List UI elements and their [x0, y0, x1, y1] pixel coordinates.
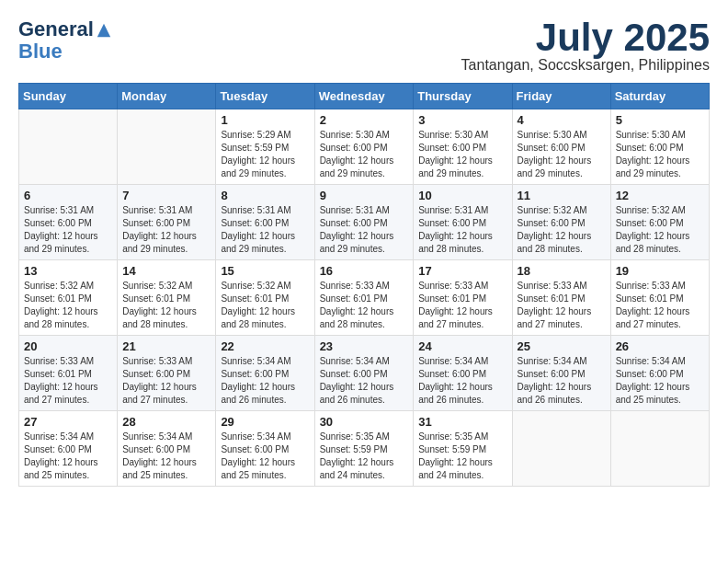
- day-info: Sunrise: 5:34 AM Sunset: 6:00 PM Dayligh…: [320, 355, 409, 407]
- calendar-cell: 6Sunrise: 5:31 AM Sunset: 6:00 PM Daylig…: [19, 185, 118, 260]
- day-info: Sunrise: 5:34 AM Sunset: 6:00 PM Dayligh…: [418, 355, 506, 407]
- calendar-cell: 22Sunrise: 5:34 AM Sunset: 6:00 PM Dayli…: [216, 336, 314, 411]
- calendar-cell: 23Sunrise: 5:34 AM Sunset: 6:00 PM Dayli…: [314, 336, 414, 411]
- calendar-cell: 13Sunrise: 5:32 AM Sunset: 6:01 PM Dayli…: [19, 260, 118, 336]
- day-info: Sunrise: 5:35 AM Sunset: 5:59 PM Dayligh…: [320, 431, 409, 482]
- calendar-cell: 28Sunrise: 5:34 AM Sunset: 6:00 PM Dayli…: [118, 411, 216, 487]
- calendar-cell: 5Sunrise: 5:30 AM Sunset: 6:00 PM Daylig…: [610, 109, 709, 185]
- calendar-week-row: 1Sunrise: 5:29 AM Sunset: 5:59 PM Daylig…: [19, 109, 710, 185]
- day-number: 24: [418, 339, 506, 353]
- day-info: Sunrise: 5:33 AM Sunset: 6:01 PM Dayligh…: [518, 280, 606, 331]
- day-info: Sunrise: 5:33 AM Sunset: 6:00 PM Dayligh…: [122, 355, 210, 407]
- title-block: July 2025 Tantangan, Soccsksargen, Phili…: [461, 18, 710, 74]
- calendar-cell: 15Sunrise: 5:32 AM Sunset: 6:01 PM Dayli…: [216, 260, 314, 336]
- day-number: 10: [418, 189, 506, 202]
- day-number: 9: [320, 189, 409, 202]
- day-number: 16: [320, 264, 409, 278]
- day-info: Sunrise: 5:30 AM Sunset: 6:00 PM Dayligh…: [616, 129, 704, 180]
- weekday-header: Monday: [118, 84, 216, 109]
- day-number: 2: [320, 113, 409, 127]
- calendar-cell: 7Sunrise: 5:31 AM Sunset: 6:00 PM Daylig…: [118, 185, 216, 260]
- day-number: 11: [518, 189, 606, 202]
- day-info: Sunrise: 5:33 AM Sunset: 6:01 PM Dayligh…: [320, 280, 409, 331]
- weekday-header: Wednesday: [314, 84, 414, 109]
- day-info: Sunrise: 5:31 AM Sunset: 6:00 PM Dayligh…: [418, 204, 506, 256]
- svg-marker-0: [97, 24, 110, 37]
- day-info: Sunrise: 5:33 AM Sunset: 6:01 PM Dayligh…: [418, 280, 506, 331]
- day-number: 25: [518, 339, 606, 353]
- page-header: GeneralBlue July 2025 Tantangan, Soccsks…: [18, 18, 710, 74]
- location: Tantangan, Soccsksargen, Philippines: [461, 57, 710, 74]
- calendar-week-row: 20Sunrise: 5:33 AM Sunset: 6:01 PM Dayli…: [19, 336, 710, 411]
- calendar-cell: 9Sunrise: 5:31 AM Sunset: 6:00 PM Daylig…: [314, 185, 414, 260]
- day-number: 30: [320, 415, 409, 429]
- calendar-cell: 29Sunrise: 5:34 AM Sunset: 6:00 PM Dayli…: [216, 411, 314, 487]
- logo-text: GeneralBlue: [18, 18, 112, 63]
- day-info: Sunrise: 5:30 AM Sunset: 6:00 PM Dayligh…: [320, 129, 409, 180]
- day-number: 28: [122, 415, 210, 429]
- calendar-cell: 16Sunrise: 5:33 AM Sunset: 6:01 PM Dayli…: [314, 260, 414, 336]
- day-info: Sunrise: 5:30 AM Sunset: 6:00 PM Dayligh…: [418, 129, 506, 180]
- day-info: Sunrise: 5:31 AM Sunset: 6:00 PM Dayligh…: [320, 204, 409, 256]
- calendar-cell: [19, 109, 118, 185]
- day-number: 4: [518, 113, 606, 127]
- day-number: 14: [122, 264, 210, 278]
- calendar-cell: 8Sunrise: 5:31 AM Sunset: 6:00 PM Daylig…: [216, 185, 314, 260]
- day-info: Sunrise: 5:34 AM Sunset: 6:00 PM Dayligh…: [616, 355, 704, 407]
- calendar-cell: 2Sunrise: 5:30 AM Sunset: 6:00 PM Daylig…: [314, 109, 414, 185]
- day-number: 19: [616, 264, 704, 278]
- calendar-cell: [610, 411, 709, 487]
- day-number: 17: [418, 264, 506, 278]
- weekday-header: Saturday: [610, 84, 709, 109]
- day-number: 3: [418, 113, 506, 127]
- day-info: Sunrise: 5:34 AM Sunset: 6:00 PM Dayligh…: [24, 431, 112, 482]
- calendar-header-row: SundayMondayTuesdayWednesdayThursdayFrid…: [19, 84, 710, 109]
- day-number: 12: [616, 189, 704, 202]
- day-info: Sunrise: 5:31 AM Sunset: 6:00 PM Dayligh…: [24, 204, 112, 256]
- weekday-header: Thursday: [414, 84, 512, 109]
- calendar-cell: 24Sunrise: 5:34 AM Sunset: 6:00 PM Dayli…: [414, 336, 512, 411]
- day-info: Sunrise: 5:34 AM Sunset: 6:00 PM Dayligh…: [221, 431, 309, 482]
- day-number: 1: [221, 113, 309, 127]
- day-info: Sunrise: 5:33 AM Sunset: 6:01 PM Dayligh…: [24, 355, 112, 407]
- day-info: Sunrise: 5:35 AM Sunset: 5:59 PM Dayligh…: [418, 431, 506, 482]
- day-number: 15: [221, 264, 309, 278]
- calendar-cell: 14Sunrise: 5:32 AM Sunset: 6:01 PM Dayli…: [118, 260, 216, 336]
- calendar-cell: 18Sunrise: 5:33 AM Sunset: 6:01 PM Dayli…: [512, 260, 610, 336]
- day-number: 31: [418, 415, 506, 429]
- calendar-cell: 19Sunrise: 5:33 AM Sunset: 6:01 PM Dayli…: [610, 260, 709, 336]
- day-number: 13: [24, 264, 112, 278]
- calendar-week-row: 27Sunrise: 5:34 AM Sunset: 6:00 PM Dayli…: [19, 411, 710, 487]
- day-info: Sunrise: 5:32 AM Sunset: 6:01 PM Dayligh…: [221, 280, 309, 331]
- day-info: Sunrise: 5:32 AM Sunset: 6:01 PM Dayligh…: [122, 280, 210, 331]
- calendar-cell: 12Sunrise: 5:32 AM Sunset: 6:00 PM Dayli…: [610, 185, 709, 260]
- day-info: Sunrise: 5:34 AM Sunset: 6:00 PM Dayligh…: [122, 431, 210, 482]
- calendar-table: SundayMondayTuesdayWednesdayThursdayFrid…: [18, 83, 710, 487]
- day-info: Sunrise: 5:31 AM Sunset: 6:00 PM Dayligh…: [122, 204, 210, 256]
- day-number: 18: [518, 264, 606, 278]
- day-number: 27: [24, 415, 112, 429]
- day-number: 6: [24, 189, 112, 202]
- day-number: 26: [616, 339, 704, 353]
- calendar-cell: 25Sunrise: 5:34 AM Sunset: 6:00 PM Dayli…: [512, 336, 610, 411]
- weekday-header: Friday: [512, 84, 610, 109]
- day-info: Sunrise: 5:34 AM Sunset: 6:00 PM Dayligh…: [221, 355, 309, 407]
- calendar-cell: 26Sunrise: 5:34 AM Sunset: 6:00 PM Dayli…: [610, 336, 709, 411]
- weekday-header: Tuesday: [216, 84, 314, 109]
- day-number: 22: [221, 339, 309, 353]
- calendar-cell: [512, 411, 610, 487]
- calendar-cell: 1Sunrise: 5:29 AM Sunset: 5:59 PM Daylig…: [216, 109, 314, 185]
- calendar-cell: 4Sunrise: 5:30 AM Sunset: 6:00 PM Daylig…: [512, 109, 610, 185]
- day-info: Sunrise: 5:33 AM Sunset: 6:01 PM Dayligh…: [616, 280, 704, 331]
- calendar-week-row: 6Sunrise: 5:31 AM Sunset: 6:00 PM Daylig…: [19, 185, 710, 260]
- day-info: Sunrise: 5:32 AM Sunset: 6:01 PM Dayligh…: [24, 280, 112, 331]
- calendar-cell: 17Sunrise: 5:33 AM Sunset: 6:01 PM Dayli…: [414, 260, 512, 336]
- day-number: 7: [122, 189, 210, 202]
- weekday-header: Sunday: [19, 84, 118, 109]
- day-info: Sunrise: 5:30 AM Sunset: 6:00 PM Dayligh…: [518, 129, 606, 180]
- day-number: 29: [221, 415, 309, 429]
- day-info: Sunrise: 5:32 AM Sunset: 6:00 PM Dayligh…: [518, 204, 606, 256]
- calendar-cell: 3Sunrise: 5:30 AM Sunset: 6:00 PM Daylig…: [414, 109, 512, 185]
- calendar-cell: 27Sunrise: 5:34 AM Sunset: 6:00 PM Dayli…: [19, 411, 118, 487]
- calendar-week-row: 13Sunrise: 5:32 AM Sunset: 6:01 PM Dayli…: [19, 260, 710, 336]
